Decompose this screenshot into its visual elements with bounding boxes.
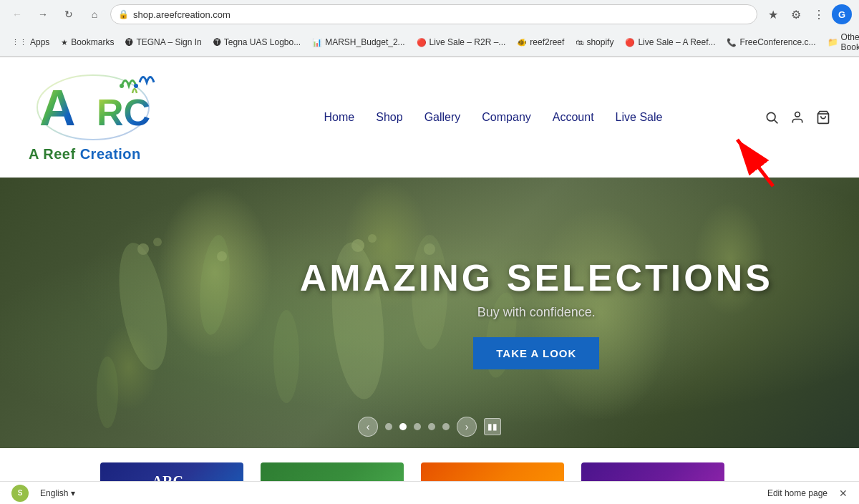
svg-point-22 bbox=[368, 234, 377, 243]
back-button[interactable]: ← bbox=[7, 4, 27, 24]
profile-circle[interactable]: G bbox=[832, 4, 852, 24]
hero-content: AMAZING SELECTIONS Buy with confidence. … bbox=[300, 256, 773, 369]
menu-button[interactable]: ⋮ bbox=[809, 4, 829, 24]
apps-bookmark[interactable]: ⋮⋮ Apps bbox=[7, 36, 54, 49]
svg-point-16 bbox=[97, 357, 118, 428]
slider-dot-4[interactable] bbox=[428, 423, 435, 430]
website: A RC A Reef Creation Home Shop Gallery bbox=[0, 57, 859, 504]
freeconference-bookmark[interactable]: 📞 FreeConference.c... bbox=[722, 36, 820, 49]
url-text: shop.areefcreation.com bbox=[133, 9, 230, 20]
svg-point-11 bbox=[111, 239, 175, 374]
hero-subtitle: Buy with confidence. bbox=[300, 305, 773, 320]
search-icon bbox=[765, 110, 779, 125]
shopify-label: shopify bbox=[586, 37, 613, 47]
svg-point-7 bbox=[795, 112, 800, 117]
tegna-uas-icon: 🅣 bbox=[213, 38, 221, 47]
slider-dot-5[interactable] bbox=[442, 423, 450, 430]
marsh-budget-bookmark[interactable]: 📊 MARSH_Budget_2... bbox=[308, 36, 409, 49]
slider-controls: ‹ › ▮▮ bbox=[358, 417, 501, 437]
svg-point-20 bbox=[217, 251, 227, 261]
slider-dot-2[interactable] bbox=[399, 423, 407, 430]
shopify-icon: S bbox=[11, 485, 29, 502]
tegna-icon: 🅣 bbox=[125, 38, 133, 47]
edit-home-page-link[interactable]: Edit home page bbox=[767, 488, 828, 498]
search-button[interactable] bbox=[765, 110, 779, 125]
live-sale-reef-icon: 🔴 bbox=[625, 38, 635, 47]
live-sale-reef-label: Live Sale – A Reef... bbox=[638, 37, 715, 47]
home-button[interactable]: ⌂ bbox=[84, 4, 105, 24]
extensions-button[interactable]: ⚙ bbox=[786, 4, 806, 24]
svg-point-2 bbox=[120, 84, 124, 88]
nav-gallery[interactable]: Gallery bbox=[424, 108, 461, 127]
nav-live-sale[interactable]: Live Sale bbox=[616, 108, 663, 127]
svg-point-12 bbox=[196, 234, 233, 336]
shopify-icon-bm: 🛍 bbox=[576, 38, 583, 47]
svg-line-6 bbox=[775, 120, 778, 123]
lock-icon: 🔒 bbox=[118, 9, 129, 19]
other-bookmarks-label: Other Bookmarks bbox=[841, 32, 859, 52]
account-button[interactable] bbox=[790, 110, 805, 125]
live-sale-reef-bookmark[interactable]: 🔴 Live Sale – A Reef... bbox=[621, 36, 719, 49]
reload-button[interactable]: ↻ bbox=[59, 4, 79, 24]
tegna-uas-label: Tegna UAS Logbo... bbox=[224, 37, 301, 47]
apps-icon: ⋮⋮ bbox=[11, 38, 27, 47]
site-logo[interactable]: A RC bbox=[29, 72, 157, 143]
bottom-close-button[interactable]: ✕ bbox=[839, 488, 848, 499]
dropdown-arrow-icon: ▾ bbox=[71, 488, 75, 498]
marsh-label: MARSH_Budget_2... bbox=[325, 37, 404, 47]
nav-shop[interactable]: Shop bbox=[376, 108, 402, 127]
shopify-bookmark[interactable]: 🛍 shopify bbox=[571, 36, 618, 49]
live-sale-r2r-bookmark[interactable]: 🔴 Live Sale – R2R –... bbox=[412, 36, 510, 49]
main-nav: Home Shop Gallery Company Account Live S… bbox=[222, 108, 765, 127]
logo-area: A RC A Reef Creation bbox=[29, 72, 193, 163]
svg-point-5 bbox=[767, 112, 775, 121]
star-icon: ★ bbox=[61, 38, 68, 47]
nav-account[interactable]: Account bbox=[553, 108, 594, 127]
slider-dot-1[interactable] bbox=[385, 423, 392, 430]
bookmarks-bar: ⋮⋮ Apps ★ Bookmarks 🅣 TEGNA – Sign In 🅣 … bbox=[0, 29, 859, 57]
live-sale-r2r-icon: 🔴 bbox=[417, 38, 427, 47]
svg-point-17 bbox=[273, 310, 299, 403]
svg-point-21 bbox=[351, 239, 364, 252]
language-label: English bbox=[40, 488, 68, 498]
cart-icon bbox=[816, 110, 830, 125]
svg-text:A: A bbox=[39, 80, 76, 136]
header-icons bbox=[765, 110, 830, 125]
svg-point-19 bbox=[153, 238, 162, 246]
svg-point-3 bbox=[134, 84, 138, 88]
hero-cta-button[interactable]: TAKE A LOOK bbox=[473, 337, 599, 369]
browser-actions: ★ ⚙ ⋮ G bbox=[763, 4, 852, 24]
svg-point-23 bbox=[424, 243, 435, 255]
live-sale-r2r-label: Live Sale – R2R –... bbox=[430, 37, 506, 47]
reef2reef-bookmark[interactable]: 🐠 reef2reef bbox=[513, 36, 568, 49]
hero-section: AMAZING SELECTIONS Buy with confidence. … bbox=[0, 178, 859, 448]
nav-company[interactable]: Company bbox=[482, 108, 530, 127]
site-header: A RC A Reef Creation Home Shop Gallery bbox=[0, 57, 859, 178]
logo-svg: A RC bbox=[29, 72, 157, 143]
slider-prev-button[interactable]: ‹ bbox=[358, 417, 378, 437]
tegna-signin-label: TEGNA – Sign In bbox=[136, 37, 201, 47]
apps-label: Apps bbox=[30, 37, 49, 47]
slider-dot-3[interactable] bbox=[414, 423, 421, 430]
freeconf-label: FreeConference.c... bbox=[739, 37, 815, 47]
tegna-signin-bookmark[interactable]: 🅣 TEGNA – Sign In bbox=[121, 36, 205, 49]
hero-title: AMAZING SELECTIONS bbox=[300, 256, 773, 299]
bookmarks-label: Bookmarks bbox=[71, 37, 114, 47]
language-selector[interactable]: English ▾ bbox=[40, 488, 75, 498]
browser-chrome: ← → ↻ ⌂ 🔒 shop.areefcreation.com ★ ⚙ ⋮ G… bbox=[0, 0, 859, 57]
forward-button[interactable]: → bbox=[33, 4, 53, 24]
slider-next-button[interactable]: › bbox=[457, 417, 477, 437]
cart-button[interactable] bbox=[816, 110, 830, 125]
other-bookmarks[interactable]: 📁 Other Bookmarks bbox=[823, 31, 859, 54]
freeconf-icon: 📞 bbox=[727, 38, 737, 47]
svg-point-18 bbox=[137, 243, 149, 255]
slider-pause-button[interactable]: ▮▮ bbox=[484, 418, 501, 435]
user-icon bbox=[790, 110, 805, 125]
tegna-uas-bookmark[interactable]: 🅣 Tegna UAS Logbo... bbox=[209, 36, 305, 49]
address-bar[interactable]: 🔒 shop.areefcreation.com bbox=[110, 4, 757, 24]
bookmark-star-button[interactable]: ★ bbox=[763, 4, 783, 24]
svg-text:RC: RC bbox=[97, 92, 150, 133]
bookmarks-bookmark[interactable]: ★ Bookmarks bbox=[57, 36, 118, 49]
nav-home[interactable]: Home bbox=[324, 108, 355, 127]
reef2reef-icon: 🐠 bbox=[517, 38, 527, 47]
